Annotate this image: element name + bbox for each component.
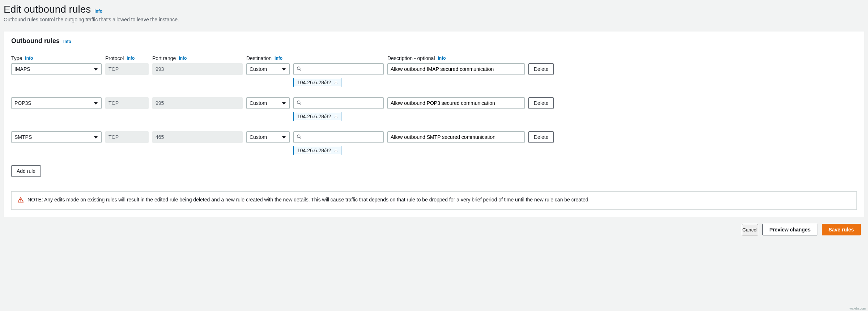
svg-point-8 [297,135,300,137]
svg-point-4 [297,101,300,103]
cancel-button[interactable]: Cancel [742,224,758,235]
search-icon [297,66,304,72]
remove-tag-icon[interactable] [334,148,338,153]
col-dest-info[interactable]: Info [275,56,282,61]
search-icon [297,100,304,106]
col-protocol: Protocol [105,55,124,61]
type-value: IMAPS [14,66,30,72]
destination-mode-select[interactable]: Custom [246,63,290,75]
protocol-field: TCP [105,97,149,109]
delete-rule-button[interactable]: Delete [528,131,554,143]
svg-line-5 [300,103,301,105]
description-input-wrap[interactable] [387,97,525,109]
rule-row: POP3S TCP 995 Custom 104.26.6.28/32 Dele… [11,97,857,121]
port-range-field: 993 [152,63,243,75]
destination-tag: 104.26.6.28/32 [293,112,341,121]
remove-tag-icon[interactable] [334,114,338,119]
col-port-range: Port range [152,55,176,61]
warning-text: NOTE: Any edits made on existing rules w… [27,197,590,203]
col-protocol-info[interactable]: Info [127,56,135,61]
remove-tag-icon[interactable] [334,80,338,85]
destination-search-input[interactable] [304,66,380,72]
destination-search-input[interactable] [304,134,380,140]
search-icon [297,134,304,140]
destination-tag: 104.26.6.28/32 [293,78,341,87]
description-input[interactable] [391,134,522,140]
description-input[interactable] [391,66,522,72]
rule-row: SMTPS TCP 465 Custom 104.26.6.28/32 Dele… [11,131,857,155]
destination-search[interactable] [293,63,384,75]
type-value: SMTPS [14,134,32,140]
rule-row: IMAPS TCP 993 Custom 104.26.6.28/32 Dele… [11,63,857,87]
panel-info-link[interactable]: Info [63,39,71,44]
description-input[interactable] [391,100,522,106]
col-type: Type [11,55,22,61]
destination-search[interactable] [293,97,384,109]
description-input-wrap[interactable] [387,131,525,143]
warning-icon [17,197,24,204]
destination-tag-text: 104.26.6.28/32 [297,148,331,153]
svg-line-9 [300,137,301,139]
svg-point-0 [297,67,300,69]
col-description: Description - optional [387,55,435,61]
destination-tag-text: 104.26.6.28/32 [297,80,331,85]
type-select[interactable]: IMAPS [11,63,102,75]
destination-tag: 104.26.6.28/32 [293,146,341,155]
page-description: Outbound rules control the outgoing traf… [4,17,864,22]
port-range-field: 465 [152,131,243,143]
type-select[interactable]: SMTPS [11,131,102,143]
outbound-rules-panel: Outbound rules Info Type Info Protocol I… [4,31,864,217]
save-rules-button[interactable]: Save rules [822,224,861,235]
panel-title: Outbound rules [11,37,60,45]
col-destination: Destination [246,55,272,61]
col-port-info[interactable]: Info [179,56,187,61]
destination-search-input[interactable] [304,100,380,106]
preview-changes-button[interactable]: Preview changes [762,224,817,235]
destination-mode-select[interactable]: Custom [246,97,290,109]
delete-rule-button[interactable]: Delete [528,97,554,109]
delete-rule-button[interactable]: Delete [528,63,554,75]
col-desc-info[interactable]: Info [438,56,446,61]
type-value: POP3S [14,100,31,106]
destination-mode-select[interactable]: Custom [246,131,290,143]
protocol-field: TCP [105,131,149,143]
page-info-link[interactable]: Info [94,9,102,14]
add-rule-button[interactable]: Add rule [11,165,41,177]
svg-point-13 [20,201,21,202]
destination-tag-text: 104.26.6.28/32 [297,114,331,119]
warning-alert: NOTE: Any edits made on existing rules w… [11,191,857,210]
protocol-field: TCP [105,63,149,75]
page-title: Edit outbound rules [4,4,91,15]
col-type-info[interactable]: Info [25,56,33,61]
port-range-field: 995 [152,97,243,109]
svg-line-1 [300,69,301,71]
destination-search[interactable] [293,131,384,143]
type-select[interactable]: POP3S [11,97,102,109]
description-input-wrap[interactable] [387,63,525,75]
